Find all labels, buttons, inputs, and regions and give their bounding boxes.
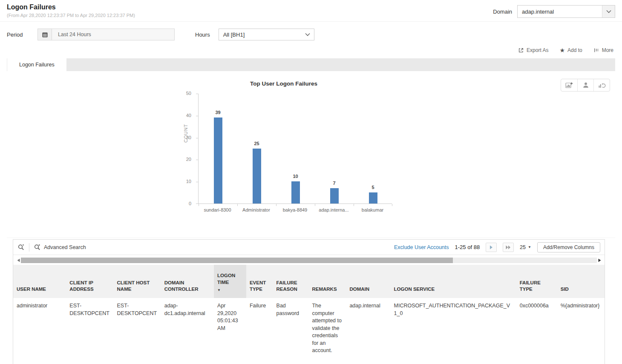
chart-refresh-button[interactable]: [593, 79, 610, 91]
cell-sid: %{administrator}: [557, 298, 605, 359]
y-tick-label: 30: [179, 135, 191, 140]
y-tick-mark: [196, 182, 199, 182]
advanced-search-button[interactable]: Advanced Search: [34, 244, 86, 251]
col-header-user-name[interactable]: USER NAME: [13, 265, 66, 298]
x-category-label: Administrator: [237, 207, 276, 212]
x-tick-mark: [315, 204, 315, 206]
page-header: Logon Failures (From Apr 28,2020 12:23:3…: [0, 0, 622, 22]
col-header-client-host[interactable]: CLIENT HOST NAME: [114, 265, 161, 298]
calendar-icon: [42, 32, 48, 38]
next-page-button[interactable]: [486, 243, 497, 252]
x-category-label: sundari-8300: [198, 207, 237, 212]
col-header-domain-controller[interactable]: DOMAIN CONTROLLER: [161, 265, 214, 298]
y-tick-mark: [196, 138, 199, 138]
tab-logon-failures[interactable]: Logon Failures: [7, 58, 66, 71]
page-size-dropdown[interactable]: 25 ▼: [520, 244, 531, 250]
tab-strip: Logon Failures: [7, 58, 615, 71]
toolbar-divider: [29, 243, 29, 252]
scroll-right-arrow[interactable]: [597, 258, 602, 262]
table-header-row: USER NAME CLIENT IP ADDRESS CLIENT HOST …: [13, 265, 605, 298]
chart-refresh-icon: [598, 82, 606, 89]
pagination-range: 1-25 of 88: [455, 244, 480, 250]
cell-failure-type: 0xc000006a: [516, 298, 557, 359]
scroll-left-arrow[interactable]: [16, 258, 21, 262]
period-value: Last 24 Hours: [58, 32, 91, 37]
period-input[interactable]: Last 24 Hours: [52, 29, 175, 40]
domain-select[interactable]: adap.internal: [517, 5, 615, 18]
title-block: Logon Failures (From Apr 28,2020 12:23:3…: [7, 3, 135, 18]
advanced-search-icon: [34, 244, 41, 251]
y-tick-label: 0: [179, 201, 191, 206]
period-label: Period: [7, 32, 37, 38]
col-header-domain[interactable]: DOMAIN: [346, 265, 390, 298]
export-as-label: Export As: [527, 47, 548, 53]
domain-selector: Domain adap.internal: [493, 5, 615, 18]
chart-title: Top User Logon Failures: [169, 80, 399, 87]
y-tick-mark: [196, 94, 199, 94]
chart-bar-adap.interna...[interactable]: [330, 188, 339, 203]
chevron-down-icon[interactable]: [301, 29, 314, 40]
report-actions: Export As ★ Add to More: [0, 43, 622, 58]
grid-toolbar: Advanced Search Exclude User Accounts 1-…: [13, 240, 605, 255]
exclude-user-accounts-link[interactable]: Exclude User Accounts: [394, 244, 449, 250]
cell-client-host: EST-DESKTOPCENT: [114, 298, 161, 359]
report-period-subtitle: (From Apr 28,2020 12:23:37 PM to Apr 29,…: [7, 13, 135, 18]
add-remove-columns-button[interactable]: Add/Remove Columns: [537, 242, 600, 252]
y-tick-label: 10: [179, 179, 191, 184]
export-as-button[interactable]: Export As: [518, 47, 548, 53]
user-icon: [582, 82, 589, 89]
y-tick-label: 50: [179, 91, 191, 96]
x-tick-mark: [354, 204, 354, 206]
user-view-button[interactable]: [577, 79, 593, 91]
advanced-search-label: Advanced Search: [44, 244, 86, 250]
cell-domain-controller: adap-dc1.adap.internal: [161, 298, 214, 359]
page-size-value: 25: [520, 244, 526, 250]
chart-y-ticks: 01020304050: [179, 94, 196, 204]
sort-desc-icon[interactable]: ▼: [217, 288, 243, 293]
results-table: USER NAME CLIENT IP ADDRESS CLIENT HOST …: [13, 265, 605, 359]
hours-label: Hours: [195, 32, 210, 38]
col-header-sid[interactable]: SID: [557, 265, 605, 298]
bar-value-label: 5: [364, 185, 383, 190]
search-button[interactable]: [17, 244, 25, 251]
add-to-button[interactable]: ★ Add to: [559, 47, 582, 53]
x-category-label: balakumar: [353, 207, 392, 212]
last-page-button[interactable]: [503, 243, 514, 252]
x-category-label: adap.interna...: [314, 207, 353, 212]
bar-value-label: 25: [248, 141, 266, 146]
chart-bar-Administrator[interactable]: [253, 149, 261, 204]
scrollbar-thumb[interactable]: [21, 258, 453, 263]
bar-value-label: 10: [286, 174, 305, 179]
chevron-down-icon[interactable]: [602, 6, 615, 17]
cell-remarks: The computer attempted to validate the c…: [308, 298, 346, 359]
x-tick-mark: [392, 204, 392, 206]
export-icon: [518, 47, 524, 53]
chart-bar-bakya-8849[interactable]: [291, 181, 300, 203]
x-tick-mark: [199, 204, 199, 206]
calendar-button[interactable]: [37, 29, 52, 40]
col-header-logon-service[interactable]: LOGON SERVICE: [391, 265, 516, 298]
filter-row: Period Last 24 Hours Hours All [BH1]: [0, 22, 622, 43]
x-tick-mark: [276, 204, 276, 206]
horizontal-scrollbar: [16, 256, 602, 264]
table-row: administrator EST-DESKTOPCENT EST-DESKTO…: [13, 298, 605, 359]
chart-add-icon: [565, 82, 573, 89]
col-header-failure-reason[interactable]: FAILURE REASON: [273, 265, 309, 298]
bar-value-label: 39: [209, 110, 227, 115]
more-button[interactable]: More: [593, 47, 613, 53]
col-header-client-ip[interactable]: CLIENT IP ADDRESS: [66, 265, 113, 298]
col-header-failure-type[interactable]: FAILURE TYPE: [516, 265, 557, 298]
cell-logon-service: MICROSOFT_AUTHENTICATION_PACKAGE_V1_0: [391, 298, 516, 359]
chart-x-labels: sundari-8300Administratorbakya-8849adap.…: [198, 207, 392, 214]
scrollbar-track[interactable]: [21, 258, 597, 263]
col-header-remarks[interactable]: REMARKS: [308, 265, 346, 298]
col-header-event-type[interactable]: EVENT TYPE: [246, 265, 273, 298]
chart-bar-balakumar[interactable]: [369, 192, 377, 203]
add-chart-button[interactable]: [561, 79, 577, 91]
star-icon: ★: [559, 47, 565, 53]
add-to-label: Add to: [567, 47, 582, 53]
domain-select-value: adap.internal: [518, 9, 602, 15]
chart-bar-sundari-8300[interactable]: [214, 118, 222, 203]
col-header-logon-time[interactable]: LOGON TIME ▼: [214, 265, 246, 298]
hours-select[interactable]: All [BH1]: [219, 29, 314, 40]
